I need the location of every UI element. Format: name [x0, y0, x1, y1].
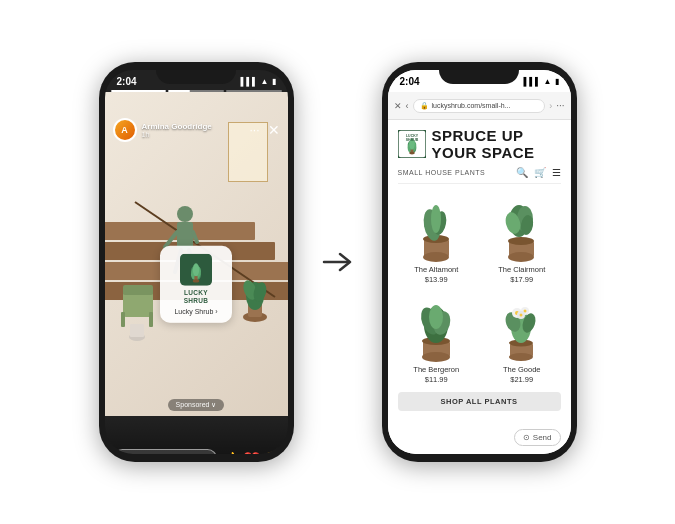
site-nav: SMALL HOUSE PLANTS 🔍 🛒 ☰: [398, 167, 561, 184]
plant-svg-3: [404, 297, 469, 362]
browser-forward-icon[interactable]: ›: [549, 101, 552, 111]
product-name-3: The Bergeron: [413, 365, 459, 374]
site-logo-icon: LUCKY SHRUB: [398, 130, 426, 158]
product-name-2: The Clairmont: [498, 265, 545, 274]
wifi-icon: ▲: [261, 77, 269, 86]
lucky-shrub-card[interactable]: LUCKYSHRUB Lucky Shrub ›: [160, 246, 232, 323]
reply-input[interactable]: Reply to Armina...: [113, 449, 217, 454]
story-time: 1h: [142, 131, 250, 138]
lucky-shrub-logo: [180, 254, 212, 286]
story-close-icon[interactable]: ✕: [268, 122, 280, 138]
story-scene: A Armina Goodridge 1h ··· ✕: [105, 92, 288, 454]
product-price-4: $21.99: [510, 375, 533, 384]
signal-icon-r: ▌▌▌: [524, 77, 541, 86]
shop-btn-row: SHOP ALL PLANTS: [398, 392, 561, 411]
sponsored-bar: Sponsored ∨: [105, 393, 288, 411]
svg-point-45: [508, 252, 534, 262]
search-nav-icon[interactable]: 🔍: [516, 167, 528, 178]
ls-brand-name: LUCKYSHRUB: [184, 289, 209, 305]
story-header: A Armina Goodridge 1h ··· ✕: [105, 114, 288, 146]
svg-point-25: [193, 263, 199, 276]
send-icon: ⊙: [523, 433, 530, 442]
wifi-icon-r: ▲: [544, 77, 552, 86]
story-username: Armina Goodridge: [142, 122, 250, 131]
site-title-line1: SPRUCE UP: [432, 128, 535, 145]
left-phone: 2:04 ▌▌▌ ▲ ▮: [99, 62, 294, 462]
svg-point-46: [508, 237, 534, 245]
website-content: LUCKY SHRUB SPRUCE UP YOUR SPACE SMALL H…: [388, 120, 571, 454]
reaction-icons: 👍 ❤️ 😊: [223, 451, 280, 455]
svg-point-39: [423, 252, 449, 262]
arrow: [322, 250, 354, 274]
left-phone-screen: 2:04 ▌▌▌ ▲ ▮: [105, 70, 288, 454]
product-price-1: $13.99: [425, 275, 448, 284]
svg-rect-18: [121, 312, 125, 327]
svg-point-27: [193, 279, 199, 282]
story-progress: [111, 90, 282, 92]
browser-url-bar[interactable]: 🔒 luckyshrub.com/small-h...: [413, 99, 546, 113]
send-bar: ⊙ Send: [388, 429, 571, 446]
product-name-4: The Goode: [503, 365, 541, 374]
svg-point-67: [524, 310, 527, 313]
svg-point-52: [422, 352, 450, 362]
product-item-2[interactable]: The Clairmont $17.99: [483, 192, 561, 284]
right-phone: 2:04 ▌▌▌ ▲ ▮ ✕ ‹ 🔒 luckyshrub.com/small-…: [382, 62, 577, 462]
product-img-1: [400, 192, 472, 262]
left-status-bar: 2:04 ▌▌▌ ▲ ▮: [105, 70, 288, 92]
ls-cta-text[interactable]: Lucky Shrub ›: [174, 307, 217, 314]
browser-more-icon[interactable]: ···: [556, 100, 564, 111]
nav-label: SMALL HOUSE PLANTS: [398, 169, 510, 176]
send-label: Send: [533, 433, 552, 442]
svg-point-5: [177, 206, 193, 222]
progress-bar-3: [226, 90, 282, 92]
left-status-time: 2:04: [117, 76, 137, 87]
story-avatar: A: [113, 118, 137, 142]
signal-icon: ▌▌▌: [241, 77, 258, 86]
svg-point-57: [429, 305, 443, 329]
right-status-bar: 2:04 ▌▌▌ ▲ ▮: [388, 70, 571, 92]
sponsored-text: Sponsored ∨: [168, 399, 225, 411]
svg-text:LUCKY: LUCKY: [405, 134, 418, 138]
right-status-time: 2:04: [400, 76, 420, 87]
menu-nav-icon[interactable]: ☰: [552, 167, 561, 178]
lock-icon: 🔒: [420, 102, 429, 110]
product-img-3: [400, 292, 472, 362]
reply-bar: Reply to Armina... 👍 ❤️ 😊: [105, 449, 288, 454]
product-price-2: $17.99: [510, 275, 533, 284]
site-header: LUCKY SHRUB SPRUCE UP YOUR SPACE: [398, 128, 561, 161]
svg-point-43: [431, 205, 441, 233]
svg-rect-19: [149, 312, 153, 327]
story-user-info: Armina Goodridge 1h: [142, 122, 250, 138]
product-name-1: The Altamont: [414, 265, 458, 274]
svg-rect-21: [130, 324, 144, 337]
shop-all-plants-button[interactable]: SHOP ALL PLANTS: [398, 392, 561, 411]
left-status-icons: ▌▌▌ ▲ ▮: [241, 77, 276, 86]
browser-close-icon[interactable]: ✕: [394, 101, 402, 111]
svg-point-69: [520, 314, 523, 317]
right-status-icons: ▌▌▌ ▲ ▮: [524, 77, 559, 86]
send-button[interactable]: ⊙ Send: [514, 429, 561, 446]
product-img-2: [486, 192, 558, 262]
product-img-4: [486, 292, 558, 362]
like-icon[interactable]: 👍: [223, 451, 240, 455]
progress-bar-1: [111, 90, 167, 92]
plant-svg-4: [489, 297, 554, 362]
emoji-icon[interactable]: 😊: [263, 451, 280, 455]
site-title-line2: YOUR SPACE: [432, 145, 535, 162]
scene: 2:04 ▌▌▌ ▲ ▮: [0, 0, 675, 524]
heart-icon[interactable]: ❤️: [243, 451, 260, 455]
story-more-icon[interactable]: ···: [249, 123, 259, 137]
svg-rect-17: [123, 285, 153, 295]
browser-back-icon[interactable]: ‹: [406, 101, 409, 111]
product-item-1[interactable]: The Altamont $13.99: [398, 192, 476, 284]
product-grid: The Altamont $13.99: [398, 192, 561, 384]
right-phone-screen: 2:04 ▌▌▌ ▲ ▮ ✕ ‹ 🔒 luckyshrub.com/small-…: [388, 70, 571, 454]
svg-text:SHRUB: SHRUB: [405, 138, 418, 142]
url-text: luckyshrub.com/small-h...: [432, 102, 511, 109]
cart-nav-icon[interactable]: 🛒: [534, 167, 546, 178]
svg-point-35: [409, 152, 415, 155]
product-item-3[interactable]: The Bergeron $11.99: [398, 292, 476, 384]
product-item-4[interactable]: The Goode $21.99: [483, 292, 561, 384]
browser-bar[interactable]: ✕ ‹ 🔒 luckyshrub.com/small-h... › ···: [388, 92, 571, 120]
arrow-icon: [322, 250, 354, 274]
